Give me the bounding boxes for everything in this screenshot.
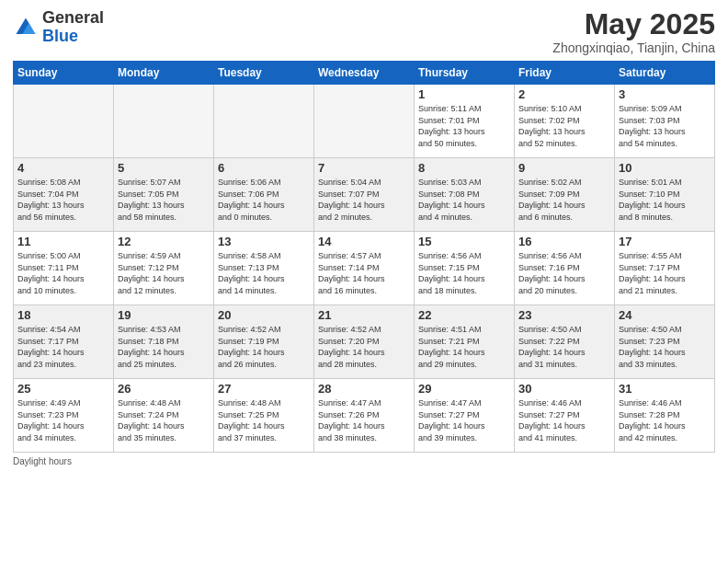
day-number: 27 xyxy=(218,382,310,396)
day-cell: 6Sunrise: 5:06 AM Sunset: 7:06 PM Daylig… xyxy=(214,158,314,232)
day-info: Sunrise: 4:48 AM Sunset: 7:25 PM Dayligh… xyxy=(218,397,310,443)
day-number: 2 xyxy=(518,87,610,101)
day-cell: 10Sunrise: 5:01 AM Sunset: 7:10 PM Dayli… xyxy=(615,158,715,232)
weekday-header-saturday: Saturday xyxy=(615,62,715,85)
day-cell: 16Sunrise: 4:56 AM Sunset: 7:16 PM Dayli… xyxy=(515,232,615,305)
day-number: 5 xyxy=(118,161,210,175)
weekday-header-wednesday: Wednesday xyxy=(314,62,415,85)
week-row-2: 4Sunrise: 5:08 AM Sunset: 7:04 PM Daylig… xyxy=(14,158,715,232)
day-cell: 12Sunrise: 4:59 AM Sunset: 7:12 PM Dayli… xyxy=(114,232,214,305)
day-cell: 2Sunrise: 5:10 AM Sunset: 7:02 PM Daylig… xyxy=(515,85,615,158)
day-number: 7 xyxy=(318,161,410,175)
day-cell: 7Sunrise: 5:04 AM Sunset: 7:07 PM Daylig… xyxy=(314,158,415,232)
week-row-1: 1Sunrise: 5:11 AM Sunset: 7:01 PM Daylig… xyxy=(14,85,715,158)
week-row-3: 11Sunrise: 5:00 AM Sunset: 7:11 PM Dayli… xyxy=(14,232,715,305)
day-cell: 1Sunrise: 5:11 AM Sunset: 7:01 PM Daylig… xyxy=(415,85,515,158)
week-row-5: 25Sunrise: 4:49 AM Sunset: 7:23 PM Dayli… xyxy=(14,379,715,453)
day-number: 13 xyxy=(218,235,310,248)
day-number: 22 xyxy=(418,308,510,322)
day-cell xyxy=(214,85,314,158)
day-number: 23 xyxy=(518,308,610,322)
day-cell: 19Sunrise: 4:53 AM Sunset: 7:18 PM Dayli… xyxy=(114,305,214,379)
day-number: 15 xyxy=(418,235,510,248)
weekday-header-row: SundayMondayTuesdayWednesdayThursdayFrid… xyxy=(14,62,715,85)
day-info: Sunrise: 5:09 AM Sunset: 7:03 PM Dayligh… xyxy=(619,103,711,149)
day-number: 3 xyxy=(619,87,711,101)
day-cell: 3Sunrise: 5:09 AM Sunset: 7:03 PM Daylig… xyxy=(615,85,715,158)
day-info: Sunrise: 4:53 AM Sunset: 7:18 PM Dayligh… xyxy=(118,324,210,370)
day-cell: 22Sunrise: 4:51 AM Sunset: 7:21 PM Dayli… xyxy=(415,305,515,379)
weekday-header-friday: Friday xyxy=(515,62,615,85)
day-info: Sunrise: 5:06 AM Sunset: 7:06 PM Dayligh… xyxy=(218,177,310,223)
calendar-table: SundayMondayTuesdayWednesdayThursdayFrid… xyxy=(13,61,715,453)
day-cell: 30Sunrise: 4:46 AM Sunset: 7:27 PM Dayli… xyxy=(515,379,615,453)
day-cell: 8Sunrise: 5:03 AM Sunset: 7:08 PM Daylig… xyxy=(415,158,515,232)
location: Zhongxinqiao, Tianjin, China xyxy=(552,40,715,55)
day-info: Sunrise: 4:57 AM Sunset: 7:14 PM Dayligh… xyxy=(318,250,410,296)
day-info: Sunrise: 4:54 AM Sunset: 7:17 PM Dayligh… xyxy=(17,324,109,370)
weekday-header-sunday: Sunday xyxy=(14,62,114,85)
logo-text: General Blue xyxy=(42,9,104,46)
day-info: Sunrise: 4:52 AM Sunset: 7:20 PM Dayligh… xyxy=(318,324,410,370)
logo: General Blue xyxy=(13,9,104,46)
day-cell: 5Sunrise: 5:07 AM Sunset: 7:05 PM Daylig… xyxy=(114,158,214,232)
day-number: 31 xyxy=(619,382,711,396)
day-info: Sunrise: 5:11 AM Sunset: 7:01 PM Dayligh… xyxy=(418,103,510,149)
day-info: Sunrise: 4:59 AM Sunset: 7:12 PM Dayligh… xyxy=(118,250,210,296)
page-container: General Blue May 2025 Zhongxinqiao, Tian… xyxy=(0,0,728,472)
day-info: Sunrise: 4:55 AM Sunset: 7:17 PM Dayligh… xyxy=(619,250,711,296)
day-info: Sunrise: 4:47 AM Sunset: 7:27 PM Dayligh… xyxy=(418,397,510,443)
day-cell: 9Sunrise: 5:02 AM Sunset: 7:09 PM Daylig… xyxy=(515,158,615,232)
day-number: 6 xyxy=(218,161,310,175)
day-number: 14 xyxy=(318,235,410,248)
day-number: 26 xyxy=(118,382,210,396)
day-number: 19 xyxy=(118,308,210,322)
week-row-4: 18Sunrise: 4:54 AM Sunset: 7:17 PM Dayli… xyxy=(14,305,715,379)
day-number: 10 xyxy=(619,161,711,175)
day-number: 12 xyxy=(118,235,210,248)
day-info: Sunrise: 4:58 AM Sunset: 7:13 PM Dayligh… xyxy=(218,250,310,296)
day-info: Sunrise: 5:04 AM Sunset: 7:07 PM Dayligh… xyxy=(318,177,410,223)
weekday-header-thursday: Thursday xyxy=(415,62,515,85)
day-number: 30 xyxy=(518,382,610,396)
day-info: Sunrise: 5:00 AM Sunset: 7:11 PM Dayligh… xyxy=(17,250,109,296)
day-cell: 23Sunrise: 4:50 AM Sunset: 7:22 PM Dayli… xyxy=(515,305,615,379)
day-cell: 27Sunrise: 4:48 AM Sunset: 7:25 PM Dayli… xyxy=(214,379,314,453)
day-number: 17 xyxy=(619,235,711,248)
weekday-header-tuesday: Tuesday xyxy=(214,62,314,85)
day-info: Sunrise: 5:07 AM Sunset: 7:05 PM Dayligh… xyxy=(118,177,210,223)
day-number: 9 xyxy=(518,161,610,175)
day-cell: 18Sunrise: 4:54 AM Sunset: 7:17 PM Dayli… xyxy=(14,305,114,379)
day-cell xyxy=(114,85,214,158)
day-info: Sunrise: 5:03 AM Sunset: 7:08 PM Dayligh… xyxy=(418,177,510,223)
logo-blue: Blue xyxy=(42,27,78,45)
day-info: Sunrise: 5:08 AM Sunset: 7:04 PM Dayligh… xyxy=(17,177,109,223)
day-cell: 26Sunrise: 4:48 AM Sunset: 7:24 PM Dayli… xyxy=(114,379,214,453)
day-info: Sunrise: 4:52 AM Sunset: 7:19 PM Dayligh… xyxy=(218,324,310,370)
day-number: 16 xyxy=(518,235,610,248)
day-number: 4 xyxy=(17,161,109,175)
day-info: Sunrise: 4:46 AM Sunset: 7:27 PM Dayligh… xyxy=(518,397,610,443)
day-info: Sunrise: 4:50 AM Sunset: 7:22 PM Dayligh… xyxy=(518,324,610,370)
day-cell: 29Sunrise: 4:47 AM Sunset: 7:27 PM Dayli… xyxy=(415,379,515,453)
day-cell: 17Sunrise: 4:55 AM Sunset: 7:17 PM Dayli… xyxy=(615,232,715,305)
day-cell xyxy=(14,85,114,158)
day-info: Sunrise: 4:51 AM Sunset: 7:21 PM Dayligh… xyxy=(418,324,510,370)
day-number: 24 xyxy=(619,308,711,322)
day-number: 29 xyxy=(418,382,510,396)
footer-note: Daylight hours xyxy=(13,456,715,466)
weekday-header-monday: Monday xyxy=(114,62,214,85)
day-info: Sunrise: 5:01 AM Sunset: 7:10 PM Dayligh… xyxy=(619,177,711,223)
day-number: 25 xyxy=(17,382,109,396)
day-info: Sunrise: 4:46 AM Sunset: 7:28 PM Dayligh… xyxy=(619,397,711,443)
day-number: 8 xyxy=(418,161,510,175)
day-info: Sunrise: 4:56 AM Sunset: 7:15 PM Dayligh… xyxy=(418,250,510,296)
day-cell: 15Sunrise: 4:56 AM Sunset: 7:15 PM Dayli… xyxy=(415,232,515,305)
day-cell: 24Sunrise: 4:50 AM Sunset: 7:23 PM Dayli… xyxy=(615,305,715,379)
day-cell: 31Sunrise: 4:46 AM Sunset: 7:28 PM Dayli… xyxy=(615,379,715,453)
day-info: Sunrise: 4:50 AM Sunset: 7:23 PM Dayligh… xyxy=(619,324,711,370)
day-cell: 25Sunrise: 4:49 AM Sunset: 7:23 PM Dayli… xyxy=(14,379,114,453)
day-cell: 28Sunrise: 4:47 AM Sunset: 7:26 PM Dayli… xyxy=(314,379,415,453)
day-cell: 20Sunrise: 4:52 AM Sunset: 7:19 PM Dayli… xyxy=(214,305,314,379)
day-info: Sunrise: 4:48 AM Sunset: 7:24 PM Dayligh… xyxy=(118,397,210,443)
